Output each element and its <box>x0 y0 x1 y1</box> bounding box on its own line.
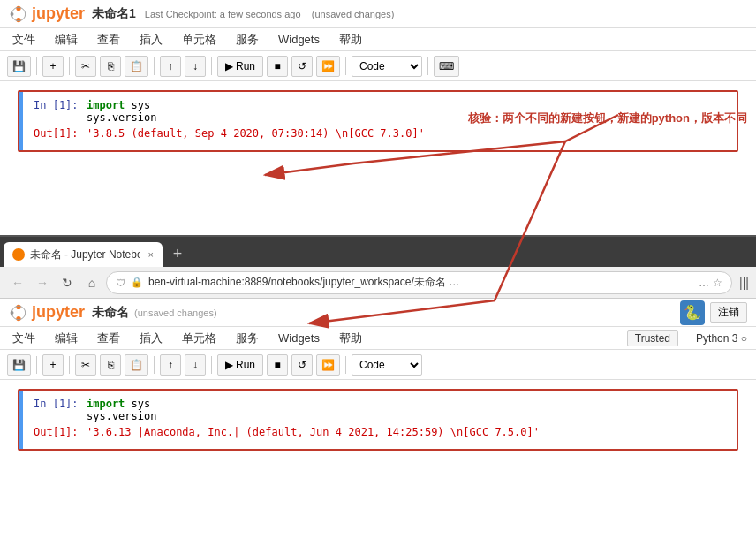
separator5 <box>345 57 346 75</box>
run-label: Run <box>236 60 255 72</box>
copy-button2[interactable]: ⎘ <box>100 354 121 376</box>
menu-view[interactable]: 查看 <box>94 30 124 49</box>
cell-output-row: Out[1]: '3.8.5 (default, Sep 4 2020, 07:… <box>34 127 726 140</box>
paste-button[interactable]: 📋 <box>125 56 148 77</box>
refresh-button[interactable]: ↻ <box>57 272 78 293</box>
logout-button[interactable]: 注销 <box>710 302 747 323</box>
move-up-button[interactable]: ↑ <box>160 56 181 77</box>
menu2-view[interactable]: 查看 <box>94 329 124 348</box>
menu-file[interactable]: 文件 <box>9 30 39 49</box>
code-line1b: import sys <box>87 398 726 410</box>
sys-text: sys <box>132 99 151 111</box>
move-down-button[interactable]: ↓ <box>185 56 206 77</box>
menu-edit[interactable]: 编辑 <box>51 30 81 49</box>
address-text: ben-virtual-machine:8889/notebooks/jupyt… <box>148 275 459 290</box>
menu2-file[interactable]: 文件 <box>9 329 39 348</box>
separator2 <box>69 57 70 75</box>
top-notebook-title: 未命名1 <box>92 6 136 22</box>
add-cell-button[interactable]: + <box>42 56 64 77</box>
menu2-help[interactable]: 帮助 <box>336 329 366 348</box>
kernel-info: Python 3 ○ <box>696 332 747 345</box>
trusted-badge[interactable]: Trusted <box>627 330 678 346</box>
run-label2: Run <box>236 359 255 371</box>
menu2-edit[interactable]: 编辑 <box>51 329 81 348</box>
move-up-button2[interactable]: ↑ <box>160 354 181 376</box>
cell-inner2: In [1]: import sys sys.version Out[1]: '… <box>23 391 737 449</box>
sys-text2: sys <box>132 398 151 410</box>
security-icon: 🛡 <box>116 277 125 288</box>
menu2-kernel[interactable]: 服务 <box>232 329 262 348</box>
menu-widgets[interactable]: Widgets <box>275 31 323 48</box>
interrupt-button[interactable]: ■ <box>267 56 288 77</box>
svg-point-1 <box>16 17 20 21</box>
svg-point-4 <box>16 304 20 308</box>
out-prompt: Out[1]: <box>34 127 87 140</box>
move-down-button2[interactable]: ↓ <box>185 354 206 376</box>
in-prompt: In [1]: <box>34 99 87 111</box>
address-bar[interactable]: 🛡 🔒 ben-virtual-machine:8889/notebooks/j… <box>106 271 732 294</box>
out-prompt2: Out[1]: <box>34 426 87 438</box>
cut-button2[interactable]: ✂ <box>75 354 96 376</box>
cell-output2: '3.6.13 |Anaconda, Inc.| (default, Jun 4… <box>87 426 726 438</box>
copy-button[interactable]: ⎘ <box>100 56 121 77</box>
svg-point-5 <box>16 315 20 320</box>
code-line1: import sys <box>87 99 726 111</box>
separator3 <box>154 57 155 75</box>
top-jupyter-header: jupyter 未命名1 Last Checkpoint: a few seco… <box>0 0 756 28</box>
cut-button[interactable]: ✂ <box>75 56 96 77</box>
menu-help[interactable]: 帮助 <box>336 30 366 49</box>
restart-run-button2[interactable]: ⏩ <box>316 354 340 376</box>
cell-input-row2: In [1]: import sys sys.version <box>34 398 726 422</box>
top-toolbar: 💾 + ✂ ⎘ 📋 ↑ ↓ ▶ Run ■ ↺ ⏩ Code Markdown … <box>0 51 756 81</box>
separator4 <box>211 57 212 75</box>
save-button2[interactable]: 💾 <box>7 354 31 376</box>
menu-cell[interactable]: 单元格 <box>178 30 220 49</box>
add-cell-button2[interactable]: + <box>42 354 64 376</box>
bookmark-icon: ☆ <box>713 277 722 289</box>
menu2-insert[interactable]: 插入 <box>136 329 166 348</box>
cell-type-select[interactable]: Code Markdown Raw <box>352 56 422 77</box>
restart-button2[interactable]: ↺ <box>291 354 313 376</box>
forward-button[interactable]: → <box>32 272 53 293</box>
bottom-logo-text: jupyter <box>32 303 85 322</box>
bottom-cell: In [1]: import sys sys.version Out[1]: '… <box>18 389 738 451</box>
sep2-3 <box>154 356 155 374</box>
bottom-jupyter-header: jupyter 未命名 (unsaved changes) 🐍 注销 <box>0 299 756 327</box>
restart-button[interactable]: ↺ <box>291 56 313 77</box>
https-icon: 🔒 <box>131 277 143 288</box>
run-button2[interactable]: ▶ Run <box>217 354 263 376</box>
active-tab[interactable]: 未命名 - Jupyter Notebo × <box>4 242 163 267</box>
home-button[interactable]: ⌂ <box>81 272 102 293</box>
run-icon2: ▶ <box>225 359 233 371</box>
separator1 <box>36 57 37 75</box>
top-checkpoint: Last Checkpoint: a few seconds ago (unsa… <box>145 9 395 19</box>
tab-close-button[interactable]: × <box>148 249 154 260</box>
browser-tabs: 未命名 - Jupyter Notebo × + <box>0 237 756 267</box>
paste-button2[interactable]: 📋 <box>125 354 148 376</box>
new-tab-button[interactable]: + <box>166 242 189 265</box>
import-keyword: import <box>87 99 125 111</box>
menu2-cell[interactable]: 单元格 <box>178 329 220 348</box>
code-line2b: sys.version <box>87 410 726 422</box>
run-button[interactable]: ▶ Run <box>217 56 263 77</box>
menu2-widgets[interactable]: Widgets <box>275 330 323 346</box>
sep2-1 <box>36 356 37 374</box>
cell-type-select2[interactable]: Code Markdown Raw <box>352 354 422 376</box>
sep2-2 <box>69 356 70 374</box>
python-badge: 🐍 <box>680 300 705 325</box>
back-button[interactable]: ← <box>7 272 28 293</box>
keyboard-button[interactable]: ⌨ <box>434 56 459 77</box>
sep2-4 <box>211 356 212 374</box>
annotation-text: 核验：两个不同的新建按钮，新建的python，版本不同 <box>468 110 747 126</box>
save-button[interactable]: 💾 <box>7 56 31 77</box>
jupyter-logo: jupyter <box>9 4 85 24</box>
menu-kernel[interactable]: 服务 <box>232 30 262 49</box>
restart-run-button[interactable]: ⏩ <box>316 56 340 77</box>
svg-point-0 <box>16 5 20 10</box>
run-icon: ▶ <box>225 60 233 72</box>
cell-output: '3.8.5 (default, Sep 4 2020, 07:30:14) \… <box>87 127 726 140</box>
more-icon: … <box>699 277 709 289</box>
menu-insert[interactable]: 插入 <box>136 30 166 49</box>
interrupt-button2[interactable]: ■ <box>267 354 288 376</box>
bottom-toolbar: 💾 + ✂ ⎘ 📋 ↑ ↓ ▶ Run ■ ↺ ⏩ Code Markdown … <box>0 350 756 380</box>
